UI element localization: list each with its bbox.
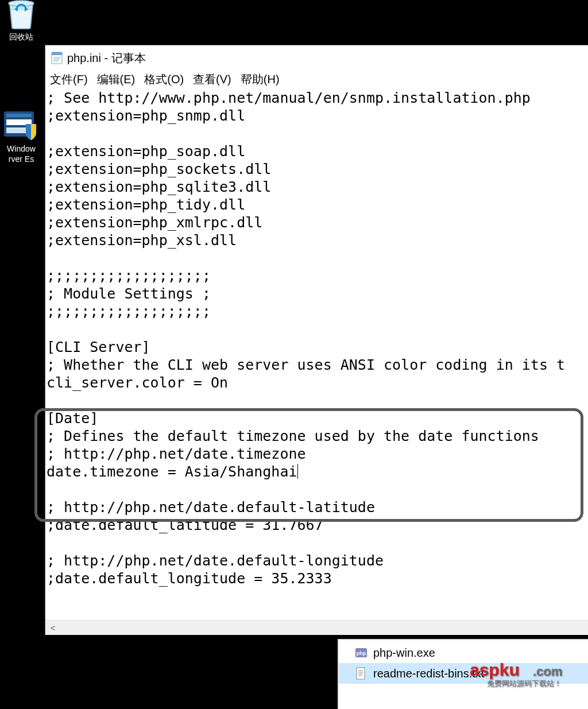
recycle-bin-icon[interactable]: 回收站 [0, 0, 42, 42]
menu-format[interactable]: 格式(O) [142, 72, 186, 87]
file-list: php php-win.exe readme-redist-bins.txt [338, 639, 588, 709]
svg-text:php: php [357, 650, 366, 656]
menu-edit[interactable]: 编辑(E) [95, 72, 138, 87]
server-essentials-label-1: Window [0, 144, 44, 154]
menu-file[interactable]: 文件(F) [48, 72, 90, 87]
window-title: php.ini - 记事本 [67, 51, 146, 66]
menu-view[interactable]: 查看(V) [191, 72, 234, 87]
notepad-window: php.ini - 记事本 文件(F) 编辑(E) 格式(O) 查看(V) 帮助… [45, 45, 588, 635]
svg-rect-4 [6, 114, 32, 117]
file-name: readme-redist-bins.txt [373, 667, 484, 680]
file-name: php-win.exe [373, 646, 435, 660]
server-essentials-icon[interactable]: Window rver Es [0, 108, 44, 164]
titlebar[interactable]: php.ini - 记事本 [45, 45, 588, 71]
file-row[interactable]: php php-win.exe [339, 642, 588, 663]
server-essentials-glyph [3, 108, 40, 141]
horizontal-scrollbar[interactable]: < [45, 620, 588, 635]
text-caret [297, 464, 298, 479]
text-content-after: ; http://php.net/date.default-latitude ;… [47, 499, 384, 587]
menubar: 文件(F) 编辑(E) 格式(O) 查看(V) 帮助(H) [45, 71, 588, 88]
text-area[interactable]: ; See http://www.php.net/manual/en/snmp.… [45, 88, 588, 620]
txt-file-icon [355, 667, 368, 680]
scroll-track[interactable] [60, 621, 588, 635]
recycle-bin-glyph [5, 0, 37, 30]
recycle-bin-label: 回收站 [0, 32, 42, 42]
text-content-before: ; See http://www.php.net/manual/en/snmp.… [47, 90, 565, 480]
notepad-icon [50, 51, 64, 65]
svg-rect-14 [357, 668, 365, 679]
menu-help[interactable]: 帮助(H) [238, 72, 282, 87]
scroll-left-arrow[interactable]: < [45, 621, 60, 635]
server-essentials-label-2: rver Es [0, 154, 44, 164]
file-row[interactable]: readme-redist-bins.txt [339, 663, 588, 684]
svg-rect-8 [52, 52, 62, 55]
php-exe-icon: php [355, 646, 368, 659]
